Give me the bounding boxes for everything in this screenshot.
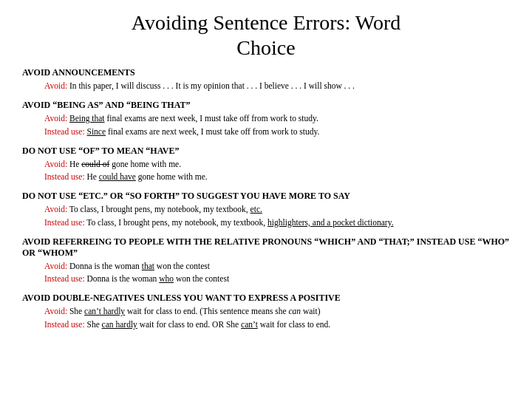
section-line: Instead use: She can hardly wait for cla… [44, 318, 510, 331]
instead-label: Instead use: [44, 218, 85, 227]
section-line: Instead use: Donna is the woman who won … [44, 273, 510, 285]
section-which-that-who-whom: AVOID REFERREING TO PEOPLE WITH THE RELA… [22, 236, 510, 286]
section-line: Avoid: She can’t hardly wait for class t… [44, 305, 510, 318]
section-double-negatives: AVOID DOUBLE-NEGATIVES UNLESS YOU WANT T… [22, 293, 510, 331]
avoid-label: Avoid: [44, 160, 67, 168]
avoid-label: Avoid: [44, 307, 67, 316]
section-avoid-announcements: AVOID ANNOUNCEMENTSAvoid: In this paper,… [22, 67, 510, 92]
instead-label: Instead use: [44, 172, 85, 181]
section-heading: AVOID ANNOUNCEMENTS [22, 67, 510, 78]
avoid-label: Avoid: [44, 262, 67, 270]
section-of-to-have: DO NOT USE “OF” TO MEAN “HAVE”Avoid: He … [22, 146, 510, 184]
section-line: Instead use: To class, I brought pens, m… [44, 216, 510, 229]
section-heading: DO NOT USE “ETC.” OR “SO FORTH” TO SUGGE… [22, 191, 510, 202]
section-line: Avoid: To class, I brought pens, my note… [44, 203, 510, 216]
section-etc-so-forth: DO NOT USE “ETC.” OR “SO FORTH” TO SUGGE… [22, 191, 510, 229]
instead-label: Instead use: [44, 320, 85, 329]
section-heading: AVOID REFERREING TO PEOPLE WITH THE RELA… [22, 236, 510, 259]
section-being-as-being-that: AVOID “BEING AS” AND “BEING THAT”Avoid: … [22, 100, 510, 138]
section-heading: AVOID “BEING AS” AND “BEING THAT” [22, 100, 510, 111]
instead-label: Instead use: [44, 274, 85, 283]
avoid-label: Avoid: [44, 205, 67, 214]
avoid-label: Avoid: [44, 81, 67, 90]
section-line: Instead use: He could have gone home wit… [44, 171, 510, 183]
section-line: Avoid: In this paper, I will discuss . .… [44, 80, 510, 92]
instead-label: Instead use: [44, 127, 85, 136]
section-heading: AVOID DOUBLE-NEGATIVES UNLESS YOU WANT T… [22, 293, 510, 304]
avoid-label: Avoid: [44, 114, 67, 123]
page-title: Avoiding Sentence Errors: Word Choice [22, 10, 510, 60]
section-line: Avoid: Being that final exams are next w… [44, 112, 510, 125]
section-line: Avoid: He could of gone home with me. [44, 158, 510, 171]
section-heading: DO NOT USE “OF” TO MEAN “HAVE” [22, 146, 510, 157]
section-line: Avoid: Donna is the woman that won the c… [44, 260, 510, 273]
section-line: Instead use: Since final exams are next … [44, 126, 510, 138]
